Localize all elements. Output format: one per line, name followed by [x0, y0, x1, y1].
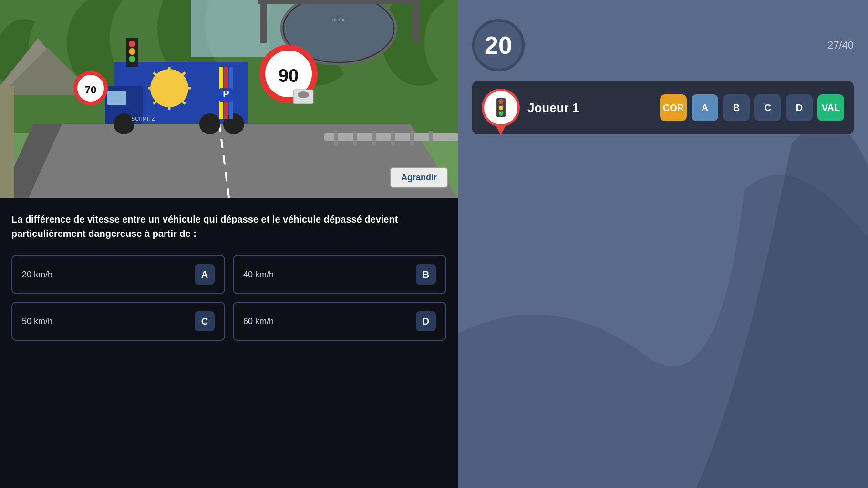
left-panel: SCHMITZ mirror 90 70	[0, 0, 458, 488]
question-image: SCHMITZ mirror 90 70	[0, 0, 458, 198]
svg-rect-61	[260, 0, 267, 43]
question-text: La différence de vitesse entre un véhicu…	[11, 212, 446, 241]
svg-rect-22	[391, 131, 395, 145]
avatar-icon: 🚦	[490, 98, 512, 118]
answer-d-text: 60 km/h	[243, 316, 274, 326]
svg-rect-23	[410, 131, 414, 145]
svg-text:mirror: mirror	[332, 17, 345, 22]
svg-point-58	[298, 92, 309, 98]
svg-text:70: 70	[85, 84, 96, 96]
answer-c-button[interactable]: 50 km/h C	[11, 302, 225, 341]
action-buttons: COR A B C D VAL	[660, 94, 844, 121]
answer-a-letter: A	[195, 264, 215, 285]
answer-d-button[interactable]: 60 km/h D	[233, 302, 446, 341]
svg-rect-19	[334, 131, 338, 145]
svg-text:SCHMITZ: SCHMITZ	[132, 116, 155, 122]
timer-value: 20	[485, 31, 512, 60]
svg-point-52	[129, 41, 135, 47]
svg-rect-21	[372, 131, 376, 145]
cor-button[interactable]: COR	[660, 94, 687, 121]
progress-text: 27/40	[827, 39, 854, 51]
button-d[interactable]: D	[786, 94, 813, 121]
svg-rect-62	[0, 86, 14, 198]
answer-c-text: 50 km/h	[22, 316, 52, 326]
button-a[interactable]: A	[692, 94, 718, 121]
player-card: 🚦 Joueur 1 COR A B C D VAL	[472, 81, 854, 134]
right-panel: 20 27/40 🚦 Joueur 1 COR A B C D VAL	[458, 0, 868, 488]
answer-c-letter: C	[195, 311, 215, 331]
svg-text:90: 90	[279, 66, 299, 86]
answer-b-text: 40 km/h	[243, 270, 274, 280]
timer-circle: 20	[472, 19, 525, 71]
top-row: 20 27/40	[472, 19, 854, 71]
road-svg: SCHMITZ mirror 90 70	[0, 0, 458, 198]
svg-text:P: P	[223, 89, 229, 99]
svg-point-38	[199, 113, 220, 134]
answers-grid: 20 km/h A 40 km/h B 50 km/h C 60 km/h D	[11, 255, 446, 341]
answer-b-letter: B	[416, 264, 436, 285]
answer-d-letter: D	[416, 311, 436, 331]
avatar-pin	[496, 126, 506, 135]
button-c[interactable]: C	[754, 94, 781, 121]
svg-rect-59	[258, 0, 420, 4]
question-area: La différence de vitesse entre un véhicu…	[0, 198, 458, 488]
svg-rect-24	[429, 131, 433, 145]
player-name: Joueur 1	[527, 101, 652, 115]
avatar-container: 🚦	[482, 89, 520, 127]
svg-point-53	[129, 48, 135, 55]
svg-rect-36	[107, 91, 126, 105]
val-button[interactable]: VAL	[817, 94, 844, 121]
answer-b-button[interactable]: 40 km/h B	[233, 255, 446, 294]
player-avatar: 🚦	[482, 89, 520, 127]
right-content: 20 27/40 🚦 Joueur 1 COR A B C D VAL	[458, 10, 868, 153]
answer-a-text: 20 km/h	[22, 270, 52, 280]
agrandir-button[interactable]: Agrandir	[390, 167, 448, 188]
svg-point-54	[129, 56, 135, 62]
svg-rect-20	[353, 131, 357, 145]
svg-rect-60	[413, 0, 420, 43]
answer-a-button[interactable]: 20 km/h A	[11, 255, 225, 294]
button-b[interactable]: B	[723, 94, 750, 121]
